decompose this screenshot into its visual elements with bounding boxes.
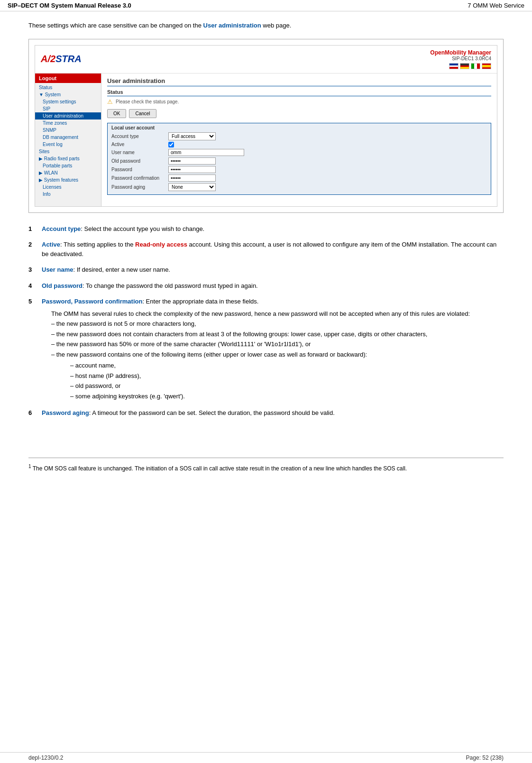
list-item-6: 6 Password aging: A timeout for the pass… [28, 408, 504, 418]
omm-version: SIP-DEC1 3.0RC4 [430, 56, 491, 61]
value-password [168, 166, 216, 173]
form-row-username: User name [111, 149, 487, 156]
sub-item-5-1: The OMM has several rules to check the c… [51, 309, 504, 319]
sub-item-5-c: – old password, or [70, 381, 504, 391]
label-username: User name [111, 150, 168, 155]
sub-item-5-a: – account name, [70, 361, 504, 370]
header-right: 7 OMM Web Service [468, 2, 524, 9]
flag-de-icon[interactable] [460, 63, 469, 69]
ok-button[interactable]: OK [107, 109, 126, 118]
item-6-num: 6 [28, 408, 36, 418]
omm-body: Logout Status ▼ System System settings S… [35, 74, 497, 206]
form-row-old-password: Old password [111, 157, 487, 165]
list-item-4: 4 Old password: To change the password t… [28, 281, 504, 291]
form-row-password: Password [111, 166, 487, 173]
footer-divider [28, 458, 504, 458]
label-old-password: Old password [111, 158, 168, 164]
list-item-2: 2 Active: This setting applies to the Re… [28, 240, 504, 258]
item-1-content: Account type: Select the account type yo… [42, 224, 504, 234]
item-5-term: Password, Password confirmation [42, 298, 142, 305]
flag-uk-icon[interactable] [449, 63, 459, 69]
item-6-text: : A timeout for the password can be set.… [89, 409, 335, 416]
active-checkbox[interactable] [168, 142, 174, 147]
omm-main-panel: User administration Status ⚠ Please chec… [101, 74, 497, 206]
item-4-term: Old password [42, 282, 83, 289]
omm-sidebar: Logout Status ▼ System System settings S… [35, 74, 101, 206]
status-row: ⚠ Please check the status page. [107, 98, 491, 105]
status-message: Please check the status page. [116, 99, 179, 104]
page-title: User administration [107, 77, 491, 86]
item-5-num: 5 [28, 297, 36, 402]
item-5-sublist: The OMM has several rules to check the c… [42, 309, 504, 359]
sub-item-5-5: – the new password contains one of the f… [51, 350, 504, 359]
item-3-content: User name: If desired, enter a new user … [42, 265, 504, 275]
item-6-term: Password aging [42, 409, 89, 416]
item-1-text: : Select the account type you wish to ch… [81, 225, 204, 232]
sidebar-item-wlan[interactable]: ▶ WLAN [35, 169, 101, 176]
content-list: 1 Account type: Select the account type … [28, 224, 504, 418]
item-5-sublist2: – account name, – host name (IP address)… [42, 361, 504, 401]
password-confirm-input[interactable] [168, 175, 216, 182]
item-2-redterm: Read-only access [135, 241, 187, 248]
status-label: Status [107, 89, 491, 96]
item-4-num: 4 [28, 281, 36, 291]
flag-it-icon[interactable] [471, 63, 480, 69]
label-active: Active [111, 142, 168, 147]
user-admin-link[interactable]: User administration [203, 22, 261, 29]
flag-es-icon[interactable] [482, 63, 491, 69]
omm-logo: A/2STRA [41, 54, 82, 64]
sidebar-item-portable-parts[interactable]: Portable parts [35, 162, 101, 169]
item-4-content: Old password: To change the password the… [42, 281, 504, 291]
sidebar-item-event-log[interactable]: Event log [35, 141, 101, 148]
form-row-password-aging: Password aging None 30 days 60 days 90 d… [111, 183, 487, 191]
omm-header: A/2STRA OpenMobility Manager SIP-DEC1 3.… [35, 46, 497, 74]
label-password: Password [111, 167, 168, 172]
sidebar-item-licenses[interactable]: Licenses [35, 184, 101, 191]
warning-icon: ⚠ [107, 98, 113, 105]
item-1-num: 1 [28, 224, 36, 234]
account-type-select[interactable]: Full access Read-only access [168, 132, 216, 140]
sidebar-item-info[interactable]: Info [35, 191, 101, 198]
sidebar-item-sip[interactable]: SIP [35, 105, 101, 112]
item-1-term: Account type [42, 225, 81, 232]
intro-paragraph: These settings which are case sensitive … [28, 21, 504, 30]
footer-note: 1 The OM SOS call feature is unchanged. … [0, 463, 532, 473]
sidebar-item-system-settings[interactable]: System settings [35, 98, 101, 105]
footer-left: depl-1230/0.2 [28, 754, 63, 761]
password-aging-select[interactable]: None 30 days 60 days 90 days [168, 183, 216, 191]
value-account-type: Full access Read-only access [168, 132, 216, 140]
cancel-button[interactable]: Cancel [129, 109, 156, 118]
sidebar-item-user-admin[interactable]: User administration [35, 112, 101, 120]
sub-item-5-d: – some adjoining keystrokes (e.g. 'qwert… [70, 392, 504, 401]
item-2-content: Active: This setting applies to the Read… [42, 240, 504, 258]
sidebar-item-system-features[interactable]: ▶ System features [35, 176, 101, 184]
intro-text-after: web page. [261, 22, 292, 29]
logout-button[interactable]: Logout [35, 74, 101, 83]
omm-product-title: OpenMobility Manager [430, 49, 491, 56]
sidebar-item-snmp[interactable]: SNMP [35, 127, 101, 134]
sidebar-nav: Status ▼ System System settings SIP User… [35, 83, 101, 199]
sidebar-item-sites[interactable]: Sites [35, 148, 101, 155]
form-row-active: Active [111, 142, 487, 147]
label-password-aging: Password aging [111, 184, 168, 190]
sidebar-item-radio-fixed[interactable]: ▶ Radio fixed parts [35, 155, 101, 162]
old-password-input[interactable] [168, 157, 216, 165]
sub-item-5-4: – the new password has 50% or more of th… [51, 340, 504, 349]
value-password-aging: None 30 days 60 days 90 days [168, 183, 216, 191]
item-5-text: : Enter the appropriate data in these fi… [142, 298, 258, 305]
form-row-account-type: Account type Full access Read-only acces… [111, 132, 487, 140]
omm-title-block: OpenMobility Manager SIP-DEC1 3.0RC4 [430, 49, 491, 69]
list-item-5: 5 Password, Password confirmation: Enter… [28, 297, 504, 402]
password-input[interactable] [168, 166, 216, 173]
sidebar-item-time-zones[interactable]: Time zones [35, 120, 101, 127]
item-4-text: : To change the password the old passwor… [83, 282, 258, 289]
sidebar-item-system[interactable]: ▼ System [35, 91, 101, 98]
btn-row: OK Cancel [107, 109, 491, 118]
username-input[interactable] [168, 149, 244, 156]
item-3-term: User name [42, 266, 73, 273]
main-content: These settings which are case sensitive … [0, 11, 532, 443]
sidebar-item-db-management[interactable]: DB management [35, 134, 101, 141]
item-5-content: Password, Password confirmation: Enter t… [42, 297, 504, 402]
sidebar-item-status[interactable]: Status [35, 84, 101, 91]
item-6-content: Password aging: A timeout for the passwo… [42, 408, 504, 418]
